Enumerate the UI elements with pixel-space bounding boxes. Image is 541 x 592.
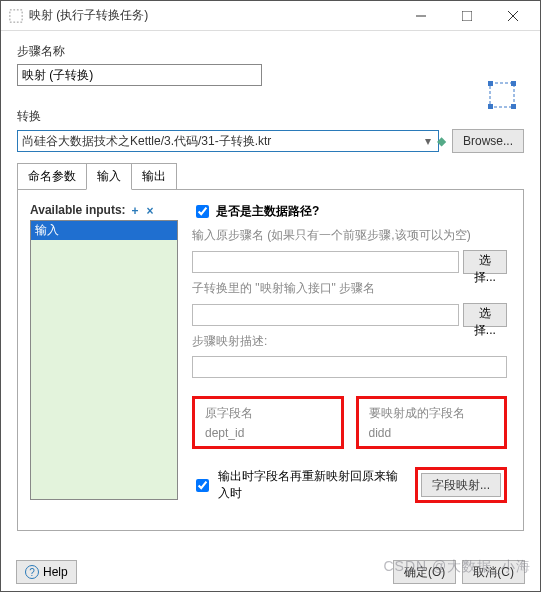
transform-label: 转换 [17, 108, 524, 125]
svg-rect-6 [488, 81, 493, 86]
desc-input[interactable] [192, 356, 507, 378]
step-name-input[interactable] [17, 64, 262, 86]
tab-params[interactable]: 命名参数 [17, 163, 87, 190]
step-name-label: 步骤名称 [17, 43, 524, 60]
sub-step-select-button[interactable]: 选择... [463, 303, 507, 327]
help-label: Help [43, 565, 68, 579]
orig-field-label: 原字段名 [205, 405, 331, 422]
remove-input-icon[interactable]: × [146, 204, 155, 218]
target-field-label: 要映射成的字段名 [369, 405, 495, 422]
svg-rect-0 [10, 9, 22, 21]
orig-field-box: 原字段名 dept_id [192, 396, 344, 449]
sub-step-label: 子转换里的 "映射输入接口" 步骤名 [192, 280, 507, 297]
orig-step-select-button[interactable]: 选择... [463, 250, 507, 274]
transform-path-input[interactable] [17, 130, 439, 152]
field-mapping-button[interactable]: 字段映射... [421, 473, 501, 497]
ok-button[interactable]: 确定(O) [393, 560, 456, 584]
help-button[interactable]: ? Help [16, 560, 77, 584]
orig-step-input[interactable] [192, 251, 459, 273]
tab-input[interactable]: 输入 [86, 163, 132, 190]
diamond-icon[interactable]: ◆ [437, 134, 446, 148]
field-mapping-highlight: 字段映射... [415, 467, 507, 503]
cancel-button[interactable]: 取消(C) [462, 560, 525, 584]
maximize-button[interactable] [444, 1, 490, 31]
svg-rect-5 [490, 83, 514, 107]
footer: ? Help 确定(O) 取消(C) [0, 560, 541, 584]
minimize-button[interactable] [398, 1, 444, 31]
help-icon: ? [25, 565, 39, 579]
app-icon [9, 9, 23, 23]
target-field-box: 要映射成的字段名 didd [356, 396, 508, 449]
close-button[interactable] [490, 1, 536, 31]
svg-rect-7 [511, 81, 516, 86]
add-input-icon[interactable]: + [132, 204, 141, 218]
svg-rect-8 [488, 104, 493, 109]
rename-back-checkbox[interactable] [196, 479, 209, 492]
main-path-label: 是否是主数据路径? [216, 203, 319, 220]
maximize-icon [462, 11, 472, 21]
window-title: 映射 (执行子转换任务) [29, 7, 398, 24]
minimize-icon [416, 11, 426, 21]
dropdown-icon[interactable]: ▾ [425, 134, 431, 148]
sub-step-input[interactable] [192, 304, 459, 326]
svg-rect-2 [462, 11, 472, 21]
rename-back-label: 输出时字段名再重新映射回原来输入时 [218, 468, 409, 502]
tab-output[interactable]: 输出 [131, 163, 177, 190]
list-item[interactable]: 输入 [31, 221, 177, 240]
orig-step-label: 输入原步骤名 (如果只有一个前驱步骤,该项可以为空) [192, 227, 507, 244]
main-path-checkbox[interactable] [196, 205, 209, 218]
browse-button[interactable]: Browse... [452, 129, 524, 153]
svg-rect-9 [511, 104, 516, 109]
target-field-value[interactable]: didd [369, 426, 392, 440]
orig-field-value[interactable]: dept_id [205, 426, 244, 440]
close-icon [508, 11, 518, 21]
desc-label: 步骤映射描述: [192, 333, 507, 350]
available-inputs-list[interactable]: 输入 [30, 220, 178, 500]
tab-panel-input: Available inputs: + × 输入 是否是主数据路径? 输入原步骤… [17, 189, 524, 531]
available-inputs-label: Available inputs: [30, 203, 126, 217]
selection-handles-icon [488, 81, 516, 109]
tabstrip: 命名参数 输入 输出 [17, 163, 524, 190]
titlebar: 映射 (执行子转换任务) [1, 1, 540, 31]
